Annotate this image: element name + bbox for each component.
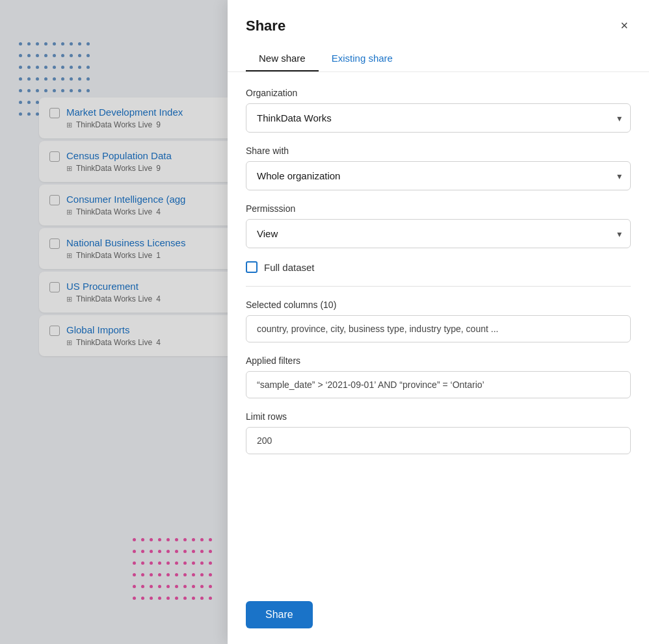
permission-label: Permisssion <box>246 203 631 214</box>
modal-body: Organization ThinkData Works ▾ Share wit… <box>228 72 649 591</box>
share-with-label: Share with <box>246 146 631 156</box>
modal-tabs: New share Existing share <box>246 46 631 71</box>
org-select[interactable]: ThinkData Works <box>246 103 631 133</box>
selected-columns-label: Selected columns (10) <box>246 300 631 310</box>
close-button[interactable]: × <box>618 16 631 36</box>
divider <box>246 286 631 287</box>
applied-filters-input[interactable] <box>246 371 631 398</box>
limit-rows-input[interactable] <box>246 427 631 454</box>
share-button[interactable]: Share <box>246 601 313 628</box>
selected-columns-group: Selected columns (10) <box>246 300 631 342</box>
modal-footer: Share <box>228 591 649 644</box>
selected-columns-input[interactable] <box>246 315 631 342</box>
applied-filters-label: Applied filters <box>246 355 631 366</box>
permission-group: Permisssion View ▾ <box>246 203 631 248</box>
permission-select-wrapper: View ▾ <box>246 219 631 248</box>
share-with-select-wrapper: Whole organization ▾ <box>246 161 631 190</box>
full-dataset-label: Full dataset <box>264 262 315 273</box>
share-with-group: Share with Whole organization ▾ <box>246 146 631 190</box>
tab-existing-share[interactable]: Existing share <box>319 46 406 71</box>
modal-header: Share × New share Existing share <box>228 0 649 72</box>
permission-select[interactable]: View <box>246 219 631 248</box>
full-dataset-checkbox[interactable] <box>246 261 258 273</box>
org-group: Organization ThinkData Works ▾ <box>246 88 631 133</box>
share-modal: Share × New share Existing share Organiz… <box>228 0 649 644</box>
modal-title: Share <box>246 18 285 34</box>
full-dataset-row: Full dataset <box>246 261 631 273</box>
tab-new-share[interactable]: New share <box>246 46 319 71</box>
limit-rows-group: Limit rows <box>246 411 631 454</box>
applied-filters-group: Applied filters <box>246 355 631 398</box>
limit-rows-label: Limit rows <box>246 411 631 422</box>
share-with-select[interactable]: Whole organization <box>246 161 631 190</box>
org-label: Organization <box>246 88 631 98</box>
org-select-wrapper: ThinkData Works ▾ <box>246 103 631 133</box>
